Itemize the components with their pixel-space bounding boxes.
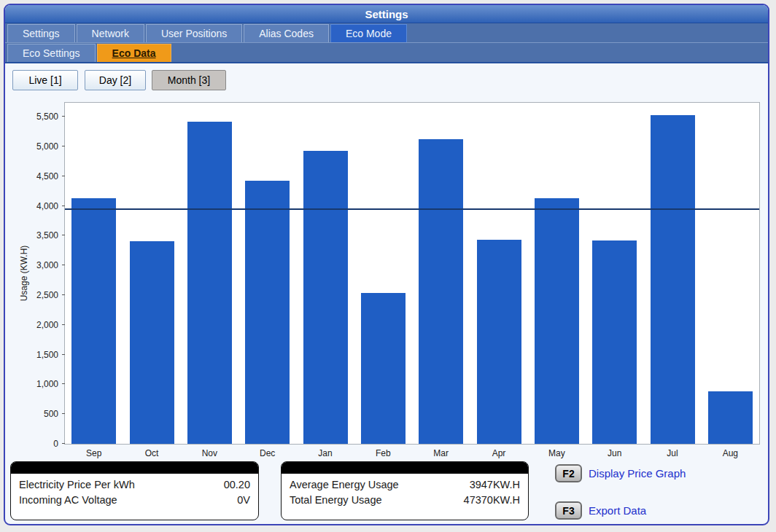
f2-key-label: F2 [562,468,574,480]
x-label-jun: Jun [608,448,621,458]
ac-voltage-row: Incoming AC Voltage 0V [19,493,250,508]
title-bar: Settings [5,5,768,23]
y-tick-mark [62,235,65,235]
electricity-price-label: Electricity Price Per kWh [19,477,135,493]
y-tick-label: 1,000 [22,379,58,389]
y-tick-mark [62,176,65,176]
ac-voltage-value: 0V [237,493,250,508]
x-label-sep: Sep [86,448,101,458]
electricity-price-row: Electricity Price Per kWh 00.20 [19,477,250,493]
bar-jan [303,151,348,444]
x-label-mar: Mar [433,448,449,458]
x-label-apr: Apr [492,448,506,458]
tab-eco-mode[interactable]: Eco Mode [330,24,407,42]
live-button-label: Live [1] [28,74,61,86]
subtab-eco-settings[interactable]: Eco Settings [7,44,96,62]
display-price-graph-link[interactable]: Display Price Graph [589,464,686,482]
month-button-label: Month [3] [168,74,210,86]
y-tick-mark [62,443,65,444]
y-tick-label: 3,500 [22,230,58,240]
tab-user-positions[interactable]: User Positions [146,24,242,42]
y-tick-mark [62,294,65,295]
x-label-feb: Feb [376,448,391,458]
average-usage-row: Average Energy Usage 3947KW.H [290,477,520,493]
y-tick-mark [62,354,65,355]
x-label-oct: Oct [145,448,159,458]
y-tick-mark [62,206,65,206]
day-button-label: Day [2] [99,74,131,86]
average-usage-value: 3947KW.H [470,477,520,493]
average-usage-label: Average Energy Usage [290,477,399,493]
bar-may [535,198,579,444]
day-button[interactable]: Day [2] [85,70,146,90]
tab-alias-codes[interactable]: Alias Codes [244,24,329,42]
total-usage-row: Total Energy Usage 47370KW.H [290,493,520,508]
bar-apr [477,240,521,444]
price-info-panel: Electricity Price Per kWh 00.20 Incoming… [10,461,259,520]
tab-network[interactable]: Network [77,24,144,42]
sub-tab-bar: Eco Settings Eco Data [5,43,768,63]
tab-alias-codes-label: Alias Codes [259,28,314,39]
x-label-aug: Aug [723,448,738,458]
y-tick-label: 3,000 [22,260,58,270]
x-label-dec: Dec [260,448,275,458]
f2-key-button[interactable]: F2 [555,464,582,482]
y-tick-label: 2,500 [22,290,58,300]
x-label-may: May [548,448,565,458]
ac-voltage-label: Incoming AC Voltage [19,493,117,508]
y-tick-mark [62,116,65,117]
usage-bar-chart: Usage (KW.H) 05001,0001,5002,0002,5003,0… [64,102,760,445]
total-usage-value: 47370KW.H [464,493,520,508]
y-tick-label: 500 [22,409,58,419]
price-panel-header [11,462,258,474]
bar-oct [130,241,174,444]
bar-jul [651,115,695,444]
y-tick-mark [62,383,65,384]
subtab-eco-data-label: Eco Data [112,47,156,59]
main-tab-bar: Settings Network User Positions Alias Co… [5,23,768,43]
y-tick-mark [62,413,65,414]
average-usage-line [65,208,759,210]
y-tick-label: 4,000 [22,201,58,211]
tab-eco-mode-label: Eco Mode [346,28,392,39]
live-button[interactable]: Live [1] [12,70,78,90]
y-tick-mark [62,324,65,325]
y-tick-label: 1,500 [22,350,58,360]
export-data-link[interactable]: Export Data [589,501,646,520]
subtab-eco-data[interactable]: Eco Data [97,44,171,62]
bar-mar [419,139,463,444]
bar-jun [592,240,637,444]
tab-network-label: Network [92,28,129,39]
f3-key-button[interactable]: F3 [555,501,582,520]
energy-info-panel: Average Energy Usage 3947KW.H Total Ener… [281,461,529,520]
bar-dec [245,181,290,445]
bar-nov [187,122,232,444]
settings-window: Settings Settings Network User Positions… [4,4,769,525]
y-tick-mark [62,146,65,146]
y-tick-label: 2,000 [22,320,58,330]
y-tick-label: 0 [22,439,58,449]
x-label-jul: Jul [667,448,678,458]
y-tick-label: 4,500 [22,171,58,181]
bar-feb [361,293,406,444]
tab-user-positions-label: User Positions [161,28,227,39]
tab-settings[interactable]: Settings [7,24,75,42]
bar-aug [708,391,753,444]
bar-sep [71,198,116,444]
total-usage-label: Total Energy Usage [290,493,382,508]
y-tick-mark [62,265,65,265]
month-button[interactable]: Month [3] [152,70,226,90]
x-label-jan: Jan [318,448,332,458]
subtab-eco-settings-label: Eco Settings [23,47,80,59]
x-label-nov: Nov [202,448,217,458]
window-title: Settings [365,8,408,20]
tab-settings-label: Settings [23,28,60,39]
y-tick-label: 5,000 [22,141,58,152]
y-tick-label: 5,500 [22,112,58,122]
energy-panel-header [282,462,528,474]
f3-key-label: F3 [562,505,574,517]
electricity-price-value: 00.20 [224,477,250,493]
